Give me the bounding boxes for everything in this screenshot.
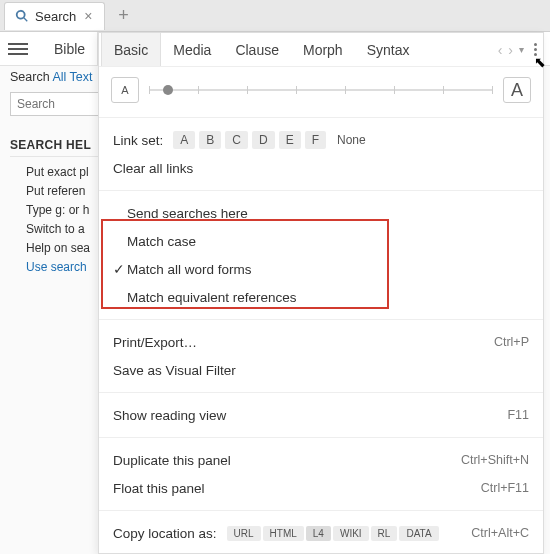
list-item: Type g: or h: [26, 203, 100, 217]
linkset-chips: A B C D E F None: [173, 131, 372, 149]
font-size-row: A A: [99, 67, 543, 118]
left-column: Search All Text SEARCH HEL Put exact pl …: [0, 66, 110, 283]
copy-location-row: Copy location as: URL HTML L4 WIKI RL DA…: [113, 519, 529, 547]
send-searches-row[interactable]: Send searches here: [127, 199, 529, 227]
list-item: Help on sea: [26, 241, 100, 255]
nav-forward-icon[interactable]: ›: [508, 42, 513, 58]
copy-format-chips: URL HTML L4 WIKI RL DATA: [227, 526, 439, 541]
save-visual-filter-row[interactable]: Save as Visual Filter: [113, 356, 529, 384]
copy-data[interactable]: DATA: [399, 526, 438, 541]
match-word-forms-row[interactable]: ✓ Match all word forms: [127, 255, 529, 283]
menu-icon[interactable]: [8, 43, 28, 55]
tab-basic[interactable]: Basic: [101, 33, 161, 66]
linkset-f[interactable]: F: [305, 131, 326, 149]
shortcut: Ctrl+Shift+N: [461, 453, 529, 467]
list-item: Put exact pl: [26, 165, 100, 179]
nav-history-icon[interactable]: ▾: [519, 44, 524, 55]
use-search-link[interactable]: Use search: [26, 260, 87, 274]
clear-links-row[interactable]: Clear all links: [113, 154, 529, 182]
tab-morph[interactable]: Morph: [291, 33, 355, 66]
kebab-icon[interactable]: [530, 39, 541, 60]
linkset-a[interactable]: A: [173, 131, 195, 149]
help-heading: SEARCH HEL: [10, 138, 100, 157]
view-section: Show reading view F11: [99, 393, 543, 438]
check-icon: ✓: [113, 261, 125, 277]
panel-nav: ‹ › ▾: [498, 39, 541, 60]
copy-html[interactable]: HTML: [263, 526, 304, 541]
shortcut: Ctrl+Alt+C: [471, 526, 529, 540]
copy-l4[interactable]: L4: [306, 526, 331, 541]
copy-rl[interactable]: RL: [371, 526, 398, 541]
font-increase-button[interactable]: A: [503, 77, 531, 103]
linkset-d[interactable]: D: [252, 131, 275, 149]
float-panel-row[interactable]: Float this panel Ctrl+F11: [113, 474, 529, 502]
copy-section: Copy location as: URL HTML L4 WIKI RL DA…: [99, 511, 543, 554]
match-case-row[interactable]: Match case: [127, 227, 529, 255]
linkset-section: Link set: A B C D E F None Clear all lin…: [99, 118, 543, 191]
search-scope-link[interactable]: All Text: [52, 70, 92, 84]
linkset-c[interactable]: C: [225, 131, 248, 149]
list-item: Use search: [26, 260, 100, 274]
export-section: Print/Export… Ctrl+P Save as Visual Filt…: [99, 320, 543, 393]
tab-clause[interactable]: Clause: [223, 33, 291, 66]
search-scope-label: Search: [10, 70, 50, 84]
search-icon: [15, 9, 29, 23]
nav-back-icon[interactable]: ‹: [498, 42, 503, 58]
list-item: Switch to a: [26, 222, 100, 236]
print-export-row[interactable]: Print/Export… Ctrl+P: [113, 328, 529, 356]
duplicate-panel-row[interactable]: Duplicate this panel Ctrl+Shift+N: [113, 446, 529, 474]
tab-title: Search: [35, 9, 76, 24]
shortcut: F11: [507, 408, 529, 422]
help-tips: Put exact pl Put referen Type g: or h Sw…: [10, 165, 100, 274]
search-tab[interactable]: Search ×: [4, 2, 105, 30]
shortcut: Ctrl+P: [494, 335, 529, 349]
new-tab-button[interactable]: +: [109, 3, 137, 29]
shortcut: Ctrl+F11: [481, 481, 529, 495]
linkset-label: Link set:: [113, 133, 163, 148]
linkset-none[interactable]: None: [330, 131, 373, 149]
settings-panel: Basic Media Clause Morph Syntax ‹ › ▾ A …: [98, 32, 544, 554]
panel-ops-section: Duplicate this panel Ctrl+Shift+N Float …: [99, 438, 543, 511]
panel-category-tabs: Basic Media Clause Morph Syntax ‹ › ▾: [99, 33, 543, 67]
tab-syntax[interactable]: Syntax: [355, 33, 422, 66]
close-icon[interactable]: ×: [82, 8, 94, 24]
font-decrease-button[interactable]: A: [111, 77, 139, 103]
copy-url[interactable]: URL: [227, 526, 261, 541]
font-size-slider[interactable]: [149, 89, 493, 91]
slider-thumb[interactable]: [163, 85, 173, 95]
reading-view-row[interactable]: Show reading view F11: [113, 401, 529, 429]
match-section: Send searches here Match case ✓ Match al…: [99, 191, 543, 320]
match-equiv-refs-row[interactable]: Match equivalent references: [127, 283, 529, 311]
linkset-row: Link set: A B C D E F None: [113, 126, 529, 154]
list-item: Put referen: [26, 184, 100, 198]
copy-wiki[interactable]: WIKI: [333, 526, 369, 541]
tab-media[interactable]: Media: [161, 33, 223, 66]
linkset-b[interactable]: B: [199, 131, 221, 149]
category-bible[interactable]: Bible: [42, 32, 97, 65]
linkset-e[interactable]: E: [279, 131, 301, 149]
search-input[interactable]: [10, 92, 100, 116]
tab-strip: Search × +: [0, 0, 550, 32]
